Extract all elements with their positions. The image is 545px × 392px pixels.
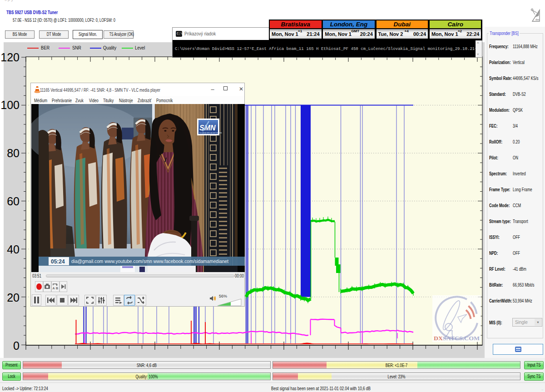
svg-text:dia@gmail.com www.youtube.com: dia@gmail.com www.youtube.com/smn www.fa… — [71, 259, 228, 264]
svg-text:05:24: 05:24 — [51, 258, 65, 265]
svg-text:dxs: dxs — [535, 18, 540, 21]
svg-text:A: A — [53, 287, 55, 290]
svg-text:B: B — [56, 287, 58, 290]
svg-text:SIDAMA MEDIA NETWORK: SIDAMA MEDIA NETWORK — [199, 132, 223, 134]
svg-text:SMN: SMN — [199, 124, 216, 132]
svg-text:DXSATCS.COM: DXSATCS.COM — [434, 335, 480, 342]
